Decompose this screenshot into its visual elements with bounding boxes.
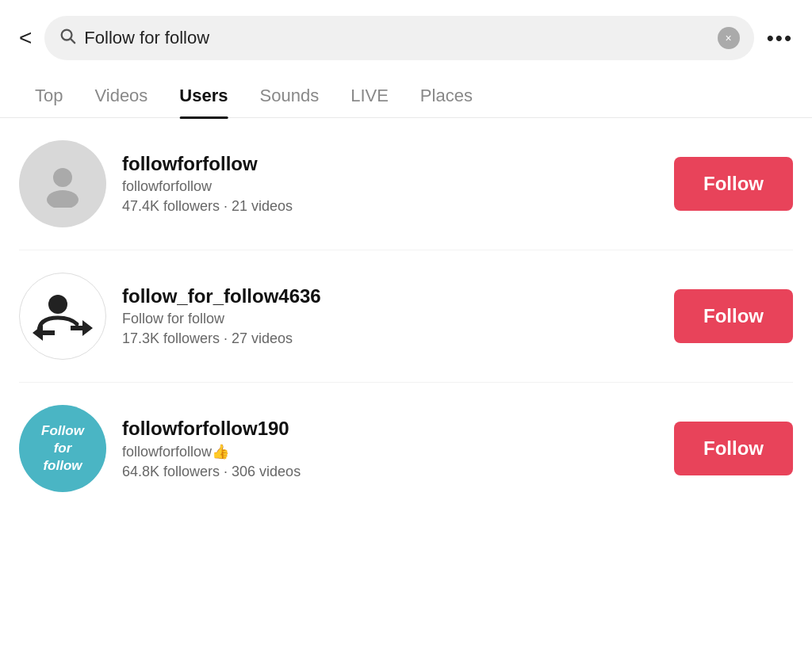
- user-info: follow_for_follow4636 Follow for follow …: [122, 285, 658, 347]
- user-info: followforfollow followforfollow 47.4K fo…: [122, 153, 658, 215]
- clear-button[interactable]: ×: [718, 27, 740, 49]
- back-button[interactable]: <: [19, 25, 32, 51]
- tab-users[interactable]: Users: [163, 73, 243, 117]
- user-stats: 17.3K followers · 27 videos: [122, 330, 658, 347]
- search-query-text: Follow for follow: [84, 28, 709, 48]
- svg-point-2: [53, 168, 72, 187]
- svg-line-1: [71, 39, 75, 43]
- avatar: Followforfollow: [19, 405, 106, 492]
- svg-point-3: [47, 190, 79, 208]
- username: follow_for_follow4636: [122, 285, 658, 307]
- user-stats: 64.8K followers · 306 videos: [122, 464, 658, 480]
- tab-live[interactable]: LIVE: [335, 73, 404, 117]
- more-options-button[interactable]: •••: [767, 26, 793, 51]
- user-handle: Follow for follow: [122, 311, 658, 327]
- search-bar[interactable]: Follow for follow ×: [44, 16, 753, 60]
- follow-button[interactable]: Follow: [674, 289, 793, 343]
- user-list: followforfollow followforfollow 47.4K fo…: [0, 118, 812, 514]
- tab-bar: Top Videos Users Sounds LIVE Places: [0, 73, 812, 118]
- list-item: Followforfollow followforfollow190 follo…: [19, 383, 793, 514]
- list-item: follow_for_follow4636 Follow for follow …: [19, 250, 793, 383]
- follow-button[interactable]: Follow: [674, 422, 793, 475]
- avatar-icon: [31, 284, 94, 348]
- username: followforfollow190: [122, 418, 658, 440]
- list-item: followforfollow followforfollow 47.4K fo…: [19, 118, 793, 250]
- avatar: [19, 140, 106, 227]
- avatar-text: Followforfollow: [41, 422, 84, 475]
- tab-sounds[interactable]: Sounds: [244, 73, 335, 117]
- username: followforfollow: [122, 153, 658, 175]
- user-handle: followforfollow👍: [122, 443, 658, 460]
- user-stats: 47.4K followers · 21 videos: [122, 198, 658, 215]
- tab-places[interactable]: Places: [404, 73, 488, 117]
- user-info: followforfollow190 followforfollow👍 64.8…: [122, 418, 658, 480]
- tab-top[interactable]: Top: [19, 73, 79, 117]
- tab-videos[interactable]: Videos: [79, 73, 163, 117]
- user-handle: followforfollow: [122, 178, 658, 195]
- search-icon: [59, 27, 76, 49]
- header: < Follow for follow × •••: [0, 0, 812, 73]
- follow-button[interactable]: Follow: [674, 157, 793, 211]
- svg-point-4: [48, 295, 67, 314]
- avatar: [19, 273, 106, 360]
